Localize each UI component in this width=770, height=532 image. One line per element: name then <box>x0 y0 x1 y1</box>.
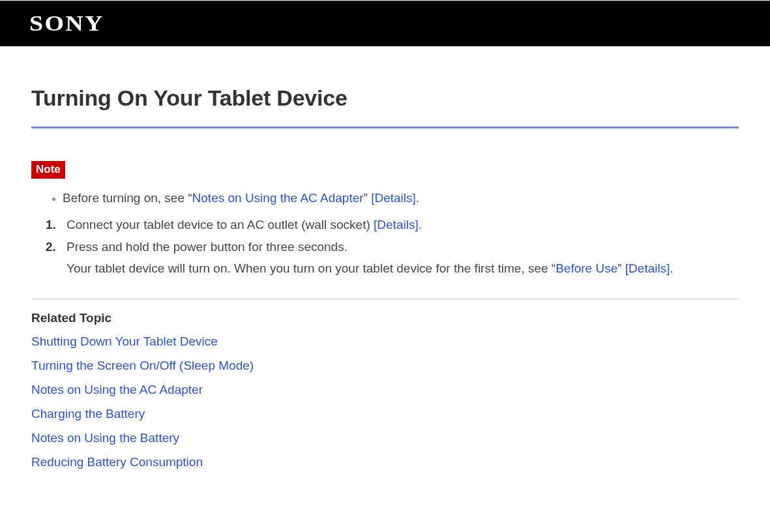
section-rule <box>31 299 739 299</box>
title-rule <box>31 126 739 128</box>
steps-list: Connect your tablet device to an AC outl… <box>31 214 739 279</box>
note-item: Before turning on, see “Notes on Using t… <box>63 188 739 209</box>
note-link-ac-adapter[interactable]: Notes on Using the AC Adapter <box>192 191 364 205</box>
step-1-post: . <box>419 218 422 231</box>
step-2-details-link[interactable]: [Details] <box>625 261 670 275</box>
step-2-sub-pre: Your tablet device will turn on. When yo… <box>67 261 555 275</box>
related-item: Shutting Down Your Tablet Device <box>31 334 739 349</box>
step-2: Press and hold the power button for thre… <box>63 236 739 280</box>
related-link-charging[interactable]: Charging the Battery <box>31 407 145 421</box>
step-1-details-link[interactable]: [Details] <box>374 218 419 231</box>
step-2-text: Press and hold the power button for thre… <box>67 240 348 254</box>
note-text-mid: ” <box>364 191 372 205</box>
main-content: Turning On Your Tablet Device Note Befor… <box>0 46 770 492</box>
note-list: Before turning on, see “Notes on Using t… <box>31 188 739 209</box>
step-2-sub: Your tablet device will turn on. When yo… <box>67 258 739 279</box>
related-item: Reducing Battery Consumption <box>31 455 739 469</box>
related-item: Notes on Using the Battery <box>31 431 739 445</box>
step-2-before-use-link[interactable]: Before Use <box>555 261 617 275</box>
header-bar: SONY <box>0 1 770 46</box>
step-2-sub-post: . <box>670 261 673 275</box>
step-1-text: Connect your tablet device to an AC outl… <box>67 218 374 231</box>
related-heading: Related Topic <box>31 311 739 325</box>
related-link-sleep[interactable]: Turning the Screen On/Off (Sleep Mode) <box>31 359 254 372</box>
step-1: Connect your tablet device to an AC outl… <box>63 214 739 235</box>
note-link-details[interactable]: [Details] <box>371 191 416 205</box>
related-link-battery-notes[interactable]: Notes on Using the Battery <box>31 431 179 445</box>
related-link-reduce-consumption[interactable]: Reducing Battery Consumption <box>31 455 203 469</box>
related-link-shutdown[interactable]: Shutting Down Your Tablet Device <box>31 334 218 348</box>
brand-logo: SONY <box>29 12 104 36</box>
related-link-ac-adapter[interactable]: Notes on Using the AC Adapter <box>31 383 203 396</box>
page-title: Turning On Your Tablet Device <box>31 85 739 111</box>
step-2-sub-mid: ” <box>617 261 625 275</box>
note-badge: Note <box>31 161 65 179</box>
related-list: Shutting Down Your Tablet Device Turning… <box>31 334 739 469</box>
related-item: Notes on Using the AC Adapter <box>31 383 739 397</box>
related-item: Turning the Screen On/Off (Sleep Mode) <box>31 359 739 373</box>
note-text-post: . <box>416 191 419 205</box>
related-item: Charging the Battery <box>31 407 739 421</box>
note-text-pre: Before turning on, see “ <box>63 191 192 205</box>
